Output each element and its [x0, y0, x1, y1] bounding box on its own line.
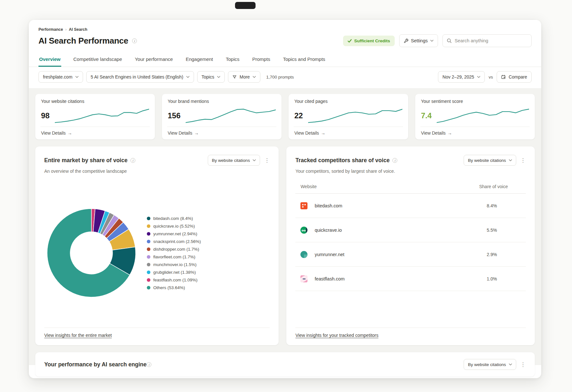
competitor-website: yumrunner.net: [315, 252, 344, 257]
date-range-dropdown[interactable]: Nov 2–29, 2025: [438, 71, 485, 83]
engine-card-info-icon[interactable]: [147, 362, 151, 367]
competitors-card-info-icon[interactable]: [392, 158, 397, 163]
legend-color-dot: [147, 224, 150, 228]
legend-item-feastflash-com[interactable]: feastflash.com (1.09%): [147, 278, 201, 282]
metric-cards-row: Your website citations98View Details→You…: [35, 94, 535, 139]
more-filters-dropdown[interactable]: More: [228, 71, 260, 83]
engine-metric-select[interactable]: By website citations: [464, 359, 516, 370]
tab-engagement[interactable]: Engagement: [185, 52, 214, 67]
competitor-website: bitedash.com: [315, 203, 342, 208]
view-details-link[interactable]: View Details→: [294, 127, 402, 139]
market-card-info-icon[interactable]: [130, 158, 135, 163]
competitor-website: feastflash.com: [315, 276, 345, 281]
divider: [44, 328, 270, 328]
title-info-icon[interactable]: [132, 38, 137, 43]
competitor-row-yumrunner-net[interactable]: yumrunner.net2.9%: [295, 242, 526, 267]
project-dropdown[interactable]: freshplate.com: [38, 71, 83, 83]
metric-sparkline: [308, 107, 402, 124]
chevron-down-icon: [477, 76, 480, 78]
breadcrumb: Performance AI Search: [38, 27, 532, 32]
legend-color-dot: [147, 286, 150, 289]
engines-dropdown[interactable]: 5 AI Search Engines in United States (En…: [86, 71, 194, 83]
legend-item-munchmover-io[interactable]: munchmover.io (1.5%): [147, 262, 201, 267]
tab-overview[interactable]: Overview: [38, 52, 61, 67]
legend-item-others[interactable]: Others (53.64%): [147, 285, 201, 290]
favicon-yumrunner-net: [300, 251, 307, 258]
metric-card-your-cited-pages: Your cited pages22View Details→: [289, 94, 408, 139]
legend-item-bitedash-com[interactable]: bitedash.com (8.4%): [147, 216, 201, 221]
filter-bar: freshplate.com 5 AI Search Engines in Un…: [29, 67, 541, 88]
view-details-link[interactable]: View Details→: [168, 127, 276, 139]
competitor-row-quickcrave-io[interactable]: ooquickcrave.io5.5%: [295, 218, 526, 242]
page-header: Performance AI Search AI Search Performa…: [29, 20, 541, 47]
competitors-metric-select[interactable]: By website citations: [464, 155, 516, 166]
arrow-right-icon: →: [448, 130, 452, 136]
view-details-link[interactable]: View Details→: [41, 127, 149, 139]
compare-button[interactable]: Compare: [497, 71, 532, 83]
view-details-link[interactable]: View Details→: [421, 127, 529, 139]
date-range-label: Nov 2–29, 2025: [442, 74, 474, 79]
legend-label: Others (53.64%): [153, 285, 185, 290]
market-card-title: Entire market by share of voice: [44, 157, 128, 164]
tab-your-performance[interactable]: Your performance: [134, 52, 173, 67]
share-of-voice-donut: [45, 206, 138, 299]
settings-label: Settings: [411, 38, 428, 43]
chevron-down-icon: [253, 159, 256, 161]
donut-legend: bitedash.com (8.4%)quickcrave.io (5.52%)…: [147, 216, 201, 290]
tab-topics[interactable]: Topics: [225, 52, 240, 67]
arrow-right-icon: →: [321, 130, 325, 136]
competitor-share: 8.4%: [487, 203, 521, 208]
legend-color-dot: [147, 232, 150, 236]
legend-item-grubglider-net[interactable]: grubglider.net (1.38%): [147, 270, 201, 275]
breadcrumb-performance[interactable]: Performance: [38, 27, 63, 32]
legend-color-dot: [147, 278, 150, 282]
breadcrumb-separator-icon: [65, 27, 66, 32]
competitor-share: 1.0%: [487, 276, 521, 281]
legend-color-dot: [147, 255, 150, 259]
dashboard-content: Your website citations98View Details→You…: [29, 88, 541, 365]
chevron-down-icon: [217, 76, 220, 78]
settings-button[interactable]: Settings: [399, 34, 438, 47]
competitors-card-subtitle: Your competitors, sorted by largest shar…: [295, 169, 526, 174]
competitor-share: 2.9%: [487, 252, 521, 257]
breadcrumb-ai-search: AI Search: [69, 27, 88, 32]
metric-value: 22: [294, 111, 303, 120]
engine-card-menu-icon[interactable]: [520, 362, 526, 367]
metric-card-your-website-citations: Your website citations98View Details→: [35, 94, 155, 139]
market-insights-link[interactable]: View insights for the entire market: [44, 333, 112, 338]
tab-topics-and-prompts[interactable]: Topics and Prompts: [282, 52, 326, 67]
competitors-metric-select-label: By website citations: [468, 158, 506, 163]
legend-item-flavorfleet-com[interactable]: flavorfleet.com (1.7%): [147, 254, 201, 259]
app-window: Performance AI Search AI Search Performa…: [29, 20, 541, 378]
market-metric-select[interactable]: By website citations: [208, 155, 260, 166]
legend-item-snacksprint-com[interactable]: snacksprint.com (2.56%): [147, 239, 201, 244]
competitor-row-feastflash-com[interactable]: feastflash.com1.0%: [295, 267, 526, 291]
metric-sparkline: [437, 107, 529, 124]
vs-label: vs: [489, 75, 493, 79]
topics-dropdown[interactable]: Topics: [197, 71, 225, 83]
legend-item-quickcrave-io[interactable]: quickcrave.io (5.52%): [147, 224, 201, 229]
search-input[interactable]: [455, 38, 527, 43]
competitors-card-menu-icon[interactable]: [520, 158, 526, 163]
chevron-down-icon: [509, 159, 512, 161]
competitor-row-bitedash-com[interactable]: bitedash.com8.4%: [295, 194, 526, 218]
competitors-card-title: Tracked competitors share of voice: [295, 157, 390, 164]
legend-color-dot: [147, 271, 150, 274]
legend-item-yumrunner-net[interactable]: yumrunner.net (2.94%): [147, 231, 201, 236]
favicon-quickcrave-io: oo: [300, 227, 307, 234]
tab-prompts[interactable]: Prompts: [252, 52, 271, 67]
legend-item-dishdropper-com[interactable]: dishdropper.com (1.7%): [147, 247, 201, 252]
legend-color-dot: [147, 247, 150, 251]
engines-dropdown-label: 5 AI Search Engines in United States (En…: [91, 74, 183, 79]
competitors-insights-link[interactable]: View insights for your tracked competito…: [295, 333, 378, 338]
metric-title: Your website citations: [41, 99, 149, 104]
market-card-menu-icon[interactable]: [264, 158, 270, 163]
market-metric-select-label: By website citations: [212, 158, 250, 163]
screenshot-stage: Performance AI Search AI Search Performa…: [0, 0, 572, 392]
competitors-card: Tracked competitors share of voice By we…: [286, 146, 535, 345]
legend-label: yumrunner.net (2.94%): [153, 231, 197, 236]
legend-color-dot: [147, 217, 150, 220]
tab-competitive-landscape[interactable]: Competitive landscape: [73, 52, 123, 67]
topics-dropdown-label: Topics: [202, 74, 214, 79]
chevron-down-icon: [253, 76, 256, 78]
